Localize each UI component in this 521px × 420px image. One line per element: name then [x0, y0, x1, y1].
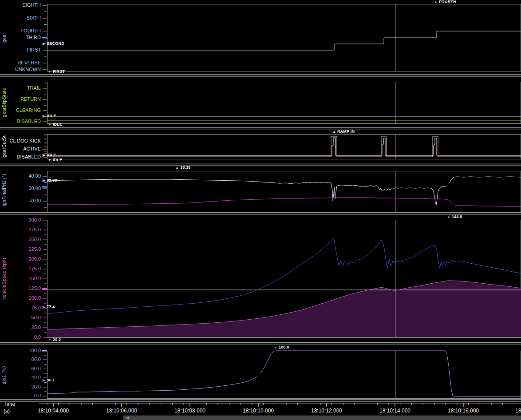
gear-max-marker-label: FOURTH — [439, 0, 456, 4]
time-cursor-tps1[interactable] — [395, 351, 395, 398]
panel-separator-3 — [0, 212, 521, 215]
gear-cursor-marker: ▶SECOND — [43, 42, 64, 46]
vehicleSpeed-tick-label-25: 0.0 — [0, 334, 41, 340]
vehicleSpeed-tick-label-10: 175.0 — [0, 266, 41, 272]
time-cursor-gearCutSt[interactable] — [395, 134, 395, 159]
gear-min-marker: ▼FIRST — [48, 70, 65, 74]
vehicleSpeed-tick-label-21: 50.0 — [0, 315, 41, 321]
ignFinalPri1-tick-label-0: 40.00 — [0, 173, 41, 179]
gearCutSt-min-marker: ▼IDLE — [48, 158, 62, 162]
gear-tick-label-5: THIRD — [0, 35, 41, 40]
gear-max-marker: ▲FOURTH — [434, 0, 456, 4]
time-axis-title: Time (s) — [4, 400, 15, 415]
time-axis-label-7: 18 — [515, 408, 521, 414]
gearBlipState-tick-label-1: TRAIL — [0, 85, 41, 91]
time-axis-label-6: 18:10:16.000 — [448, 408, 479, 414]
gearBlipState-cursor-marker-label: IDLE — [47, 114, 56, 118]
tps1-tick-label-4: 60.0 — [0, 366, 41, 372]
ignFinalPri1-tick-label-5: -0.00 — [0, 198, 41, 204]
vehicleSpeed-tick-label-2: 275.0 — [0, 227, 41, 233]
vehicleSpeed-cursor-marker-label: 77.4 — [47, 305, 55, 309]
gear-cursor-marker-label: SECOND — [47, 41, 64, 46]
vehicleSpeed-tick-label-0: 300.0 — [0, 217, 41, 223]
ignFinalPri1-cursor-marker: ▶32.99 — [43, 178, 57, 182]
panel-separator-1 — [0, 127, 521, 130]
gearCutSt-max-marker-icon: ▲ — [332, 130, 336, 134]
time-axis-label-5: 18:10:14.000 — [379, 408, 410, 414]
tps1-cursor-marker-icon: ▶ — [43, 378, 45, 382]
tps1-tick-label-10: 0.0 — [0, 393, 41, 399]
gearBlipState-tick-label-7: DISABLED — [0, 119, 41, 124]
vehicleSpeed-tick-label-17: 100.0 — [0, 295, 41, 301]
vehicleSpeed-tick-label-23: 25.0 — [0, 325, 41, 330]
gearCutSt-min-marker-icon: ▼ — [48, 158, 51, 162]
horizontal-scrollbar[interactable]: ◀ — [123, 416, 521, 420]
gearCutSt-tick-label-11: DISABLED — [0, 154, 41, 160]
gearCutSt-tick-label-3: CL DOG KICK — [0, 138, 41, 144]
plot-area-tps1[interactable] — [47, 351, 521, 398]
plot-area-ignFinalPri1[interactable] — [47, 171, 521, 212]
plot-area-gearBlipState[interactable] — [47, 82, 521, 123]
gearCutSt-max-marker: ▲RAMP IN — [332, 130, 355, 134]
vehicleSpeed-tick-label-12: 150.0 — [0, 276, 41, 281]
vehicleSpeed-max-marker-label: 144.9 — [452, 214, 462, 219]
gearCutSt-cursor-marker: ▶IDLE — [43, 153, 56, 157]
gear-min-marker-icon: ▼ — [48, 70, 51, 74]
panel-separator-4 — [0, 342, 521, 345]
time-axis-label-2: 18:10:08.000 — [174, 408, 205, 414]
vehicleSpeed-max-marker-icon: ▲ — [447, 215, 450, 219]
gear-max-marker-icon: ▲ — [434, 0, 438, 4]
tps1-tick-label-8: 20.0 — [0, 384, 41, 390]
gear-tick-label-2: SIXTH — [0, 15, 41, 21]
time-cursor-gear[interactable] — [395, 4, 395, 71]
ignFinalPri1-max-marker-icon: ▲ — [175, 166, 179, 170]
tps1-max-marker-label: 100.0 — [279, 345, 289, 349]
time-cursor-vehicleSpeed[interactable] — [395, 220, 395, 337]
vehicleSpeed-min-marker-icon: ▼ — [48, 338, 51, 342]
gear-min-marker-label: FIRST — [53, 69, 65, 74]
gear-tick-label-4: FOURTH — [0, 28, 41, 34]
tps1-tick-label-6: 40.0 — [0, 375, 41, 380]
panel-separator-2 — [0, 163, 521, 166]
tps1-tick-label-0: 100.0 — [0, 348, 41, 353]
gearCutSt-tick-label-7: ACTIVE — [0, 146, 41, 152]
gearCutSt-cursor-marker-label: IDLE — [47, 153, 56, 157]
gearBlipState-tick-label-5: CLEARING — [0, 107, 41, 113]
tps1-cursor-marker: ▶35.1 — [43, 378, 55, 382]
vehicleSpeed-tick-label-14: 125.0 — [0, 285, 41, 291]
datalogger-window: Time (s) ◀ gearEIGHTHSIXTHFOURTHTHIRDFIR… — [0, 0, 521, 420]
gearBlipState-tick-label-3: RETURN — [0, 96, 41, 102]
vehicleSpeed-tick-label-8: 200.0 — [0, 256, 41, 262]
gearBlipState-cursor-marker: ▶IDLE — [43, 114, 56, 118]
ignFinalPri1-cursor-marker-icon: ▶ — [43, 178, 45, 182]
gearBlipState-min-marker-label: IDLE — [53, 122, 62, 127]
time-cursor-ignFinalPri1[interactable] — [395, 171, 395, 212]
gear-tick-label-0: EIGHTH — [0, 2, 41, 8]
time-axis-label-0: 18:10:04.000 — [38, 408, 69, 414]
vehicleSpeed-min-marker-label: 20.2 — [53, 337, 61, 342]
tps1-cursor-marker-label: 35.1 — [47, 378, 55, 382]
ignFinalPri1-max-marker: ▲38.38 — [175, 166, 190, 170]
vehicleSpeed-cursor-marker: ▶77.4 — [43, 305, 55, 309]
time-axis-label-4: 18:10:12.000 — [311, 408, 342, 414]
ignFinalPri1-max-marker-label: 38.38 — [180, 165, 191, 170]
gear-tick-label-7: FIRST — [0, 47, 41, 53]
plot-area-vehicleSpeed[interactable] — [47, 220, 521, 337]
gearCutSt-min-marker-label: IDLE — [53, 158, 62, 162]
plot-area-gearCutSt[interactable] — [47, 134, 521, 159]
time-cursor-gearBlipState[interactable] — [395, 82, 395, 123]
panel-separator-0 — [0, 74, 521, 77]
gear-tick-label-9: REVERSE — [0, 60, 41, 66]
vehicleSpeed-min-marker: ▼20.2 — [48, 338, 61, 342]
vehicleSpeed-cursor-marker-icon: ▶ — [43, 305, 45, 309]
gear-cursor-marker-icon: ▶ — [43, 42, 45, 46]
panel-separator-5 — [0, 399, 521, 402]
tps1-max-marker: ▲100.0 — [274, 345, 289, 349]
tps1-tick-label-2: 80.0 — [0, 357, 41, 362]
plot-area-gear[interactable] — [47, 4, 521, 71]
tps1-max-marker-icon: ▲ — [274, 345, 277, 349]
time-axis-title-line2: (s) — [4, 408, 15, 415]
scroll-left-arrow-icon[interactable]: ◀ — [126, 416, 129, 420]
time-axis-label-1: 18:10:06.000 — [106, 408, 137, 414]
ignFinalPri1-cursor-marker-label: 32.99 — [47, 178, 57, 182]
